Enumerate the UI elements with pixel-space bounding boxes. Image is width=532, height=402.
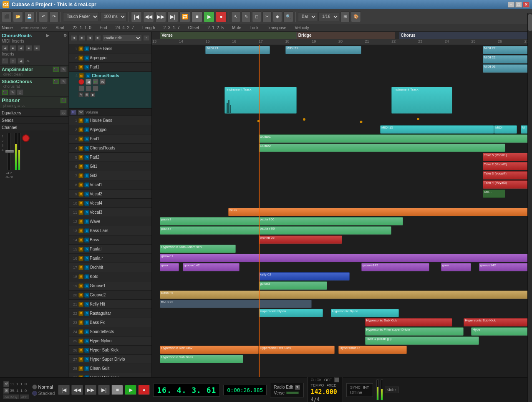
track-5-solo-btn[interactable]: S: [84, 155, 89, 160]
track-27-solo-btn[interactable]: S: [84, 357, 89, 362]
clip-rasta-1[interactable]: guitar3: [259, 281, 327, 290]
track-top-1-mute[interactable]: M: [78, 46, 83, 51]
clip-groove1-1[interactable]: groove1: [160, 254, 532, 262]
track-22-mute-btn[interactable]: M: [78, 311, 83, 316]
transport-record[interactable]: ●: [138, 385, 150, 395]
midi-ctrl-2[interactable]: ■: [10, 45, 16, 51]
track-25-solo-btn[interactable]: S: [84, 339, 89, 344]
track-27-mute-btn[interactable]: M: [78, 357, 83, 362]
clip-arpeggio-1[interactable]: MIDI 22: [483, 55, 528, 63]
clip-subkick-1[interactable]: Hypersonic Sub Kick: [365, 318, 452, 326]
clip-drivio-2[interactable]: Hype: [471, 327, 532, 336]
chroads-icon1[interactable]: ✎: [78, 92, 83, 97]
chorus-power2[interactable]: ⬛: [2, 89, 8, 95]
clip-chorusroads-1[interactable]: Instrument Track: [224, 87, 297, 114]
chroads-monitor-btn[interactable]: ◀: [86, 79, 91, 85]
fast-forward-button[interactable]: ▶▶: [155, 11, 166, 22]
track-top-2-mute[interactable]: M: [78, 56, 83, 61]
clip-groove2-2[interactable]: groove142: [183, 263, 240, 271]
record-enable-btn[interactable]: [22, 134, 30, 142]
channel-options-btn[interactable]: ⚙: [63, 33, 67, 38]
fader-track[interactable]: [8, 133, 11, 170]
clip-chorusroads-2[interactable]: Instrument Track: [391, 87, 452, 114]
track-2-mute-btn[interactable]: M: [78, 127, 83, 132]
clip-vocal2-1[interactable]: Take 2 (Vocal2): [483, 162, 528, 170]
zoom-tool[interactable]: 🔍: [283, 11, 293, 22]
clip-paulal-2[interactable]: paula l 06: [259, 217, 403, 225]
chorus-edit-btn[interactable]: ✎: [60, 78, 67, 84]
midi-ctrl-5[interactable]: ■: [33, 45, 40, 51]
track-6-solo-btn[interactable]: S: [84, 164, 89, 169]
grid-button[interactable]: ⊞: [340, 11, 350, 22]
track-14-solo-btn[interactable]: S: [84, 238, 89, 243]
save-button[interactable]: 💾: [24, 11, 34, 22]
track-1-solo-btn[interactable]: S: [84, 118, 89, 123]
clip-paulal2[interactable]: paula r 06: [259, 226, 392, 235]
track-16-solo-btn[interactable]: S: [84, 256, 89, 261]
chroads-icon3[interactable]: ■: [90, 92, 95, 97]
ruler[interactable]: 13 14 15 16 17 18 19 20 21 22 23 24 25 2…: [152, 39, 532, 45]
clip-groove2-3[interactable]: groove142: [361, 263, 430, 271]
track-9-mute-btn[interactable]: M: [78, 192, 83, 197]
track-10-mute-btn[interactable]: M: [78, 201, 83, 206]
forward-to-end-button[interactable]: ▶|: [167, 11, 178, 22]
clip-rezclav-1[interactable]: Hypersonic Rez Clav: [160, 346, 259, 354]
select-tool[interactable]: ↖: [231, 11, 240, 22]
chroads-write-btn[interactable]: W: [100, 79, 106, 85]
amp-power-btn[interactable]: ⬛: [53, 66, 59, 72]
amp-edit-btn[interactable]: ✎: [60, 66, 67, 72]
open-button[interactable]: 📂: [13, 11, 23, 22]
auto-read-btn[interactable]: R: [71, 110, 76, 115]
track-21-mute-btn[interactable]: M: [78, 302, 83, 307]
track-6-mute-btn[interactable]: M: [78, 164, 83, 169]
track-top-3-mute[interactable]: M: [78, 65, 83, 70]
midi-ctrl-4[interactable]: ■: [25, 45, 32, 51]
undo-button[interactable]: ↶: [39, 11, 48, 22]
clip-pad1-1[interactable]: MIDI 03: [483, 64, 528, 73]
track-list-btn4[interactable]: ■: [94, 35, 101, 41]
clip-orchhit-1[interactable]: orchhit 06: [259, 235, 342, 244]
track-list-btn3[interactable]: ◀: [86, 35, 93, 41]
clip-housebass-2[interactable]: MIDI 21: [285, 46, 361, 54]
track-26-mute-btn[interactable]: M: [78, 348, 83, 353]
track-3-solo-btn[interactable]: S: [84, 137, 89, 142]
clip-kelly-1[interactable]: kelly 02: [259, 272, 350, 281]
location-expand-btn[interactable]: ▼: [295, 385, 300, 390]
track-29-mute-btn[interactable]: M: [78, 375, 83, 377]
insert-btn2[interactable]: ◇: [10, 58, 16, 64]
clip-rezclav-2[interactable]: Hypersonic Rez Clav: [259, 346, 335, 354]
track-2-solo-btn[interactable]: S: [84, 127, 89, 132]
track-list-btn1[interactable]: ◀: [71, 35, 77, 41]
track-12-solo-btn[interactable]: S: [84, 219, 89, 224]
track-top-1-solo[interactable]: S: [84, 46, 89, 51]
track-26-solo-btn[interactable]: S: [84, 348, 89, 353]
chroads-rec-btn[interactable]: [78, 79, 84, 85]
clip-vocal3-1[interactable]: Take 4 (Voyal3): [483, 180, 528, 189]
clip-sfx-1[interactable]: fx-13 22: [160, 300, 312, 308]
time-base-select[interactable]: 100 ms: [100, 12, 126, 21]
track-10-solo-btn[interactable]: S: [84, 201, 89, 206]
vertical-scrollbar[interactable]: [527, 32, 532, 377]
clip-housebass-3[interactable]: MIDI 22: [483, 46, 532, 54]
mode-normal-radio[interactable]: [32, 384, 37, 389]
color-button[interactable]: 🎨: [351, 11, 361, 22]
clip-subbass-1[interactable]: Hypersonic Sub Bass: [160, 355, 243, 363]
minimize-button[interactable]: –: [508, 2, 514, 8]
clip-housebass-1[interactable]: MIDI 21: [205, 46, 270, 54]
track-4-mute-btn[interactable]: M: [78, 146, 83, 151]
track-23-solo-btn[interactable]: S: [84, 320, 89, 325]
chorus-btn2[interactable]: ✎: [9, 89, 16, 95]
track-8-solo-btn[interactable]: S: [84, 182, 89, 187]
play-button[interactable]: ▶: [204, 11, 214, 22]
time-display[interactable]: 0:00:26.885: [223, 385, 267, 395]
track-17-solo-btn[interactable]: S: [84, 265, 89, 270]
quantize-select[interactable]: 1/16: [318, 12, 339, 21]
punch-btn[interactable]: ⊡: [3, 388, 9, 394]
draw-tool[interactable]: ✎: [242, 11, 251, 22]
close-button[interactable]: ✕: [523, 2, 529, 8]
transport-play[interactable]: ▶: [125, 385, 136, 395]
clip-wave-1[interactable]: Stx...: [483, 190, 506, 198]
cycle-button[interactable]: 🔁: [179, 11, 190, 22]
stop-button[interactable]: ■: [192, 11, 202, 22]
glue-tool[interactable]: ◆: [273, 11, 282, 22]
